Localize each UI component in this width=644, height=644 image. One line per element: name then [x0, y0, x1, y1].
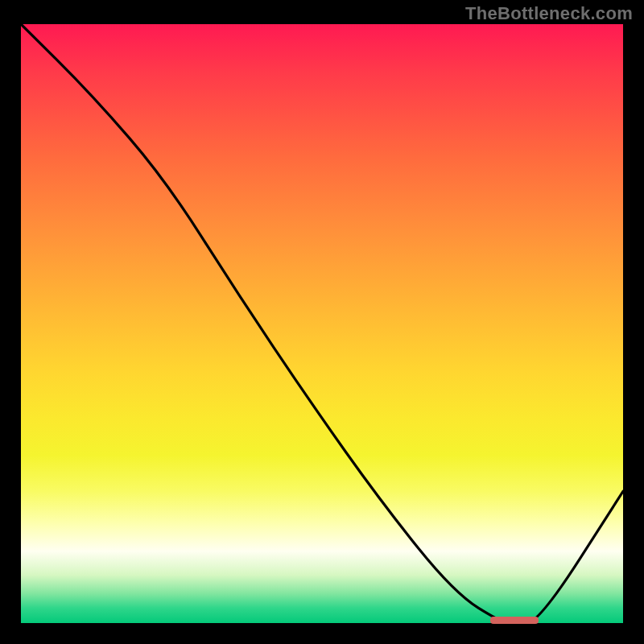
bottleneck-curve-path — [21, 24, 623, 623]
plot-area — [21, 24, 623, 623]
attribution-label: TheBottleneck.com — [465, 3, 633, 24]
chart-stage: TheBottleneck.com — [0, 0, 644, 644]
optimal-range-marker — [490, 617, 539, 624]
bottleneck-curve-svg — [21, 24, 623, 623]
